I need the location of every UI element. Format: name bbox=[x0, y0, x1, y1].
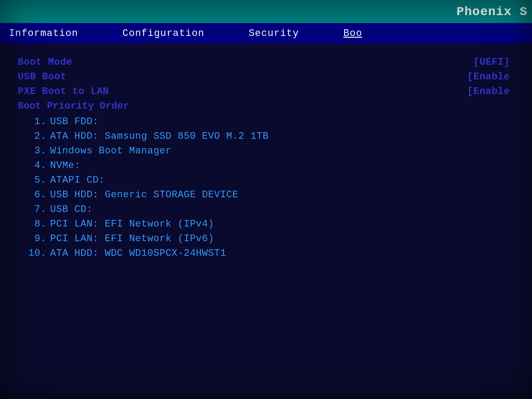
boot-item-text: USB HDD: Generic STORAGE DEVICE bbox=[50, 189, 239, 200]
boot-item[interactable]: 10.ATA HDD: WDC WD10SPCX-24HWST1 bbox=[18, 248, 514, 259]
pxe-boot-value: [Enable bbox=[467, 86, 514, 97]
boot-mode-label: Boot Mode bbox=[18, 57, 72, 68]
boot-item[interactable]: 9.PCI LAN: EFI Network (IPv6) bbox=[18, 233, 514, 244]
boot-item-text: PCI LAN: EFI Network (IPv4) bbox=[50, 219, 214, 230]
boot-item-text: Windows Boot Manager bbox=[50, 145, 172, 156]
boot-priority-header: Boot Priority Order bbox=[18, 101, 514, 112]
boot-item-text: ATA HDD: WDC WD10SPCX-24HWST1 bbox=[50, 248, 226, 259]
boot-item-text: NVMe: bbox=[50, 160, 81, 171]
boot-item-number: 6. bbox=[27, 189, 47, 200]
boot-item[interactable]: 4.NVMe: bbox=[18, 160, 514, 171]
boot-item-number: 7. bbox=[27, 204, 47, 215]
usb-boot-label: USB Boot bbox=[18, 71, 66, 82]
pxe-boot-row: PXE Boot to LAN [Enable bbox=[18, 86, 514, 97]
nav-bar: Information Configuration Security Boo bbox=[0, 23, 532, 43]
brand-text: Phoenix S bbox=[457, 5, 528, 19]
nav-item-information[interactable]: Information bbox=[9, 28, 78, 39]
boot-item-text: USB FDD: bbox=[50, 116, 99, 127]
boot-item[interactable]: 5.ATAPI CD: bbox=[18, 175, 514, 186]
pxe-boot-label: PXE Boot to LAN bbox=[18, 86, 109, 97]
nav-item-configuration[interactable]: Configuration bbox=[122, 28, 204, 39]
boot-item-number: 5. bbox=[27, 175, 47, 186]
bios-screen: Phoenix S Information Configuration Secu… bbox=[0, 0, 532, 399]
boot-item[interactable]: 3.Windows Boot Manager bbox=[18, 145, 514, 156]
usb-boot-row: USB Boot [Enable bbox=[18, 71, 514, 82]
boot-items-list: 1.USB FDD:2.ATA HDD: Samsung SSD 850 EVO… bbox=[18, 116, 514, 259]
boot-mode-value: [UEFI] bbox=[473, 57, 514, 68]
boot-item[interactable]: 1.USB FDD: bbox=[18, 116, 514, 127]
boot-item-number: 10. bbox=[27, 248, 47, 259]
boot-item[interactable]: 7.USB CD: bbox=[18, 204, 514, 215]
boot-item-text: PCI LAN: EFI Network (IPv6) bbox=[50, 233, 214, 244]
boot-item-number: 8. bbox=[27, 219, 47, 230]
boot-item-number: 4. bbox=[27, 160, 47, 171]
boot-item-text: USB CD: bbox=[50, 204, 93, 215]
boot-item-text: ATA HDD: Samsung SSD 850 EVO M.2 1TB bbox=[50, 131, 269, 142]
main-content: Boot Mode [UEFI] USB Boot [Enable PXE Bo… bbox=[0, 43, 532, 276]
boot-item-number: 3. bbox=[27, 145, 47, 156]
boot-item[interactable]: 8.PCI LAN: EFI Network (IPv4) bbox=[18, 219, 514, 230]
boot-item[interactable]: 6.USB HDD: Generic STORAGE DEVICE bbox=[18, 189, 514, 200]
boot-item-number: 9. bbox=[27, 233, 47, 244]
nav-item-boot[interactable]: Boo bbox=[344, 28, 363, 39]
brand-bar: Phoenix S bbox=[0, 0, 532, 23]
boot-mode-row: Boot Mode [UEFI] bbox=[18, 57, 514, 68]
boot-item-text: ATAPI CD: bbox=[50, 175, 105, 186]
boot-item-number: 1. bbox=[27, 116, 47, 127]
nav-item-security[interactable]: Security bbox=[249, 28, 299, 39]
boot-item-number: 2. bbox=[27, 131, 47, 142]
usb-boot-value: [Enable bbox=[467, 71, 514, 82]
boot-item[interactable]: 2.ATA HDD: Samsung SSD 850 EVO M.2 1TB bbox=[18, 131, 514, 142]
